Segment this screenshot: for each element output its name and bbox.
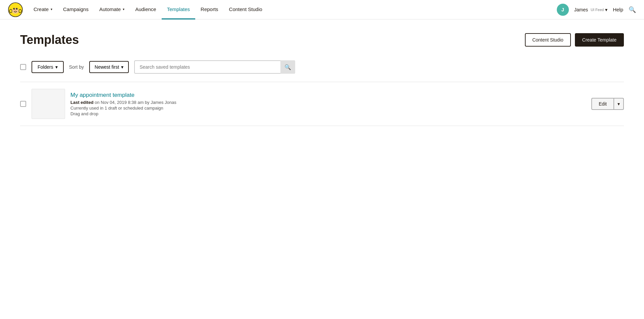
- sort-by-label: Sort by: [69, 64, 84, 70]
- chevron-down-icon: ▾: [51, 7, 52, 11]
- navbar: Create ▾ Campaigns Automate ▾ Audience T…: [0, 0, 644, 19]
- template-name[interactable]: My appointment template: [70, 92, 586, 99]
- template-usage: Currently used in 1 draft or scheduled c…: [70, 106, 586, 111]
- search-wrap: 🔍: [134, 60, 295, 74]
- page-content: Templates Content Studio Create Template…: [0, 19, 644, 139]
- svg-point-7: [17, 8, 17, 9]
- chevron-down-icon: ▾: [121, 64, 123, 70]
- nav-reports[interactable]: Reports: [195, 0, 224, 19]
- create-template-button[interactable]: Create Template: [575, 33, 624, 47]
- help-link[interactable]: Help: [613, 7, 623, 12]
- svg-point-6: [14, 8, 15, 9]
- svg-point-1: [9, 9, 12, 13]
- edit-dropdown-button[interactable]: ▾: [614, 98, 624, 110]
- template-checkbox[interactable]: [20, 101, 26, 107]
- sort-dropdown[interactable]: Newest first ▾: [89, 61, 129, 73]
- chevron-down-icon: ▾: [55, 64, 58, 70]
- content-studio-button[interactable]: Content Studio: [525, 33, 571, 47]
- chevron-down-icon: ▾: [123, 7, 124, 11]
- nav-right: J James UI Feed ▾ Help 🔍: [557, 4, 636, 16]
- template-type: Drag and drop: [70, 111, 586, 116]
- svg-point-8: [14, 10, 16, 11]
- page-header: Templates Content Studio Create Template: [20, 33, 624, 47]
- template-last-edited: Last edited on Nov 04, 2019 8:38 am by J…: [70, 100, 586, 105]
- filter-bar: Folders ▾ Sort by Newest first ▾ 🔍: [20, 60, 624, 74]
- select-all-checkbox[interactable]: [20, 64, 26, 70]
- nav-audience[interactable]: Audience: [130, 0, 162, 19]
- search-icon[interactable]: 🔍: [629, 6, 636, 13]
- edit-actions: Edit ▾: [591, 98, 624, 110]
- nav-content-studio[interactable]: Content Studio: [224, 0, 268, 19]
- svg-point-5: [16, 8, 18, 9]
- nav-create[interactable]: Create ▾: [28, 0, 58, 19]
- table-row: My appointment template Last edited on N…: [20, 82, 624, 126]
- folders-button[interactable]: Folders ▾: [32, 61, 64, 73]
- search-input[interactable]: [134, 60, 295, 74]
- template-thumbnail: [32, 89, 65, 119]
- user-menu[interactable]: James UI Feed ▾: [574, 7, 607, 12]
- avatar[interactable]: J: [557, 4, 569, 16]
- svg-point-4: [13, 8, 15, 9]
- template-list: My appointment template Last edited on N…: [20, 82, 624, 126]
- chevron-down-icon: ▾: [605, 7, 607, 12]
- header-actions: Content Studio Create Template: [525, 33, 624, 47]
- nav-templates[interactable]: Templates: [162, 0, 195, 19]
- page-title: Templates: [20, 33, 79, 47]
- chevron-down-icon: ▾: [618, 101, 620, 107]
- mailchimp-logo[interactable]: [8, 2, 23, 17]
- edit-button[interactable]: Edit: [591, 98, 614, 110]
- template-info: My appointment template Last edited on N…: [70, 92, 586, 116]
- svg-point-2: [19, 9, 21, 13]
- nav-campaigns[interactable]: Campaigns: [58, 0, 94, 19]
- search-icon: 🔍: [284, 64, 291, 70]
- nav-items: Create ▾ Campaigns Automate ▾ Audience T…: [28, 0, 557, 19]
- search-button[interactable]: 🔍: [280, 60, 295, 74]
- nav-automate[interactable]: Automate ▾: [94, 0, 130, 19]
